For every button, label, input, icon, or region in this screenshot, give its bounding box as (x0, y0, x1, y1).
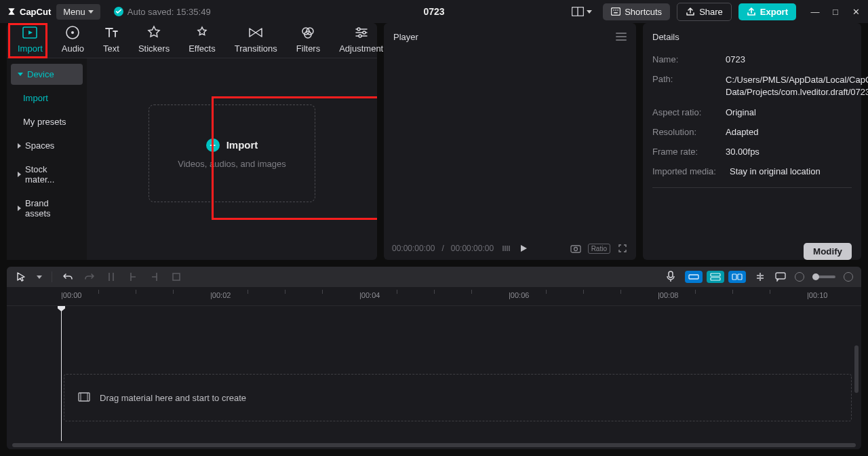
ruler-mark: |00:04 (359, 291, 380, 299)
dropzone-title: Import (226, 139, 258, 151)
app-name: CapCut (20, 7, 51, 17)
tab-filters[interactable]: Filters (296, 25, 320, 54)
player-menu-icon[interactable] (616, 33, 627, 41)
svg-point-11 (302, 28, 309, 35)
player-controls: 00:00:00:00 / 00:00:00:00 Ratio (384, 237, 636, 260)
svg-point-19 (574, 248, 577, 251)
track-mode-3[interactable] (728, 271, 746, 283)
playhead-handle-icon[interactable] (58, 306, 65, 311)
svg-rect-21 (669, 271, 673, 278)
track-mode-2[interactable] (707, 271, 724, 283)
svg-rect-2 (612, 8, 620, 16)
player-panel: Player 00:00:00:00 / 00:00:00:00 Ratio (384, 23, 636, 260)
detail-value-aspect: Original (726, 107, 756, 117)
feedback-icon[interactable] (774, 271, 787, 283)
import-dropzone[interactable]: + Import Videos, audios, and images (149, 104, 315, 202)
svg-rect-20 (173, 273, 180, 280)
detail-value-resolution: Adapted (726, 127, 758, 137)
svg-point-9 (66, 26, 79, 39)
svg-point-13 (304, 31, 311, 38)
svg-point-16 (359, 35, 361, 37)
media-icon (22, 25, 37, 40)
chevron-down-icon[interactable] (37, 276, 42, 279)
sidebar-item-brand-assets[interactable]: Brand assets (11, 193, 83, 224)
timeline-dropzone[interactable]: Drag material here and start to create (64, 374, 852, 421)
details-title: Details (652, 32, 679, 42)
menu-button[interactable]: Menu (56, 4, 100, 20)
play-button[interactable] (518, 243, 529, 254)
detail-value-framerate: 30.00fps (726, 147, 760, 157)
autosave-status: Auto saved: 15:35:49 (114, 7, 211, 17)
chevron-right-icon (18, 172, 21, 177)
maximize-button[interactable]: □ (830, 7, 841, 17)
snapshot-icon[interactable] (570, 243, 581, 254)
sidebar-item-device[interactable]: Device (11, 64, 83, 85)
ruler-mark: |00:02 (210, 291, 231, 299)
horizontal-scrollbar[interactable] (7, 441, 861, 449)
fullscreen-icon[interactable] (617, 243, 628, 254)
export-button[interactable]: Export (738, 3, 796, 20)
svg-rect-0 (572, 7, 584, 16)
select-tool-icon[interactable] (15, 271, 27, 283)
ruler-mark: |00:08 (658, 291, 678, 299)
zoom-slider[interactable] (812, 276, 835, 278)
ratio-button[interactable]: Ratio (588, 244, 610, 254)
divider (652, 187, 852, 188)
tab-stickers[interactable]: Stickers (138, 25, 170, 54)
minimize-button[interactable]: — (810, 7, 821, 17)
svg-point-14 (357, 28, 360, 31)
shortcuts-button[interactable]: Shortcuts (603, 3, 670, 20)
align-icon[interactable] (754, 271, 766, 283)
svg-rect-18 (571, 246, 580, 252)
undo-button[interactable] (62, 271, 74, 283)
vertical-scrollbar[interactable] (854, 325, 860, 433)
plus-circle-icon: + (206, 138, 220, 152)
microphone-icon[interactable] (665, 271, 677, 283)
modify-button[interactable]: Modify (804, 243, 852, 260)
detail-label-imported: Imported media: (652, 166, 724, 176)
effects-icon (195, 25, 210, 40)
player-title: Player (393, 32, 418, 42)
project-title: 0723 (423, 6, 444, 17)
layout-preset-button[interactable] (568, 4, 596, 19)
dropzone-subtitle: Videos, audios, and images (178, 159, 285, 169)
audio-icon (65, 25, 80, 40)
svg-rect-6 (614, 12, 618, 14)
tab-transitions[interactable]: Transitions (235, 25, 277, 54)
track-mode-1[interactable] (685, 271, 703, 283)
tab-import[interactable]: Import (18, 25, 43, 54)
chevron-down-icon (587, 10, 592, 14)
sidebar-item-import[interactable]: Import (11, 88, 83, 109)
zoom-out-icon[interactable] (795, 272, 804, 282)
ruler-mark: |00:10 (807, 291, 827, 299)
detail-label-resolution: Resolution: (652, 127, 720, 137)
redo-button (83, 271, 96, 283)
sidebar-item-spaces[interactable]: Spaces (11, 135, 83, 156)
layout-icon (572, 7, 584, 16)
tab-text[interactable]: Text (103, 25, 119, 54)
chevron-down-icon (18, 73, 23, 76)
frame-step-icon[interactable] (500, 243, 511, 254)
close-button[interactable]: ✕ (850, 7, 861, 17)
ruler-mark: |00:06 (509, 291, 529, 299)
sidebar-item-my-presets[interactable]: My presets (11, 111, 83, 132)
svg-marker-17 (521, 245, 527, 252)
timeline-ruler[interactable]: |00:00 |00:02 |00:04 |00:06 |00:08 |00:1… (7, 287, 861, 306)
timeline-tracks[interactable]: Drag material here and start to create (7, 306, 861, 441)
zoom-fit-icon[interactable] (844, 272, 853, 282)
svg-point-12 (307, 28, 313, 35)
detail-label-name: Name: (652, 54, 720, 64)
playhead[interactable] (61, 306, 62, 441)
keyboard-icon (611, 7, 620, 16)
sidebar-item-stock-materials[interactable]: Stock mater... (11, 159, 83, 190)
import-sidebar: Device Import My presets Spaces Stock ma… (7, 58, 87, 260)
chevron-down-icon (88, 10, 94, 14)
tab-audio[interactable]: Audio (62, 25, 84, 54)
svg-marker-8 (28, 31, 33, 35)
svg-rect-25 (732, 274, 736, 280)
tab-adjustment[interactable]: Adjustment (339, 25, 383, 54)
tab-effects[interactable]: Effects (189, 25, 216, 54)
share-button[interactable]: Share (677, 3, 732, 21)
svg-rect-22 (689, 275, 698, 279)
player-viewport[interactable] (384, 50, 636, 237)
